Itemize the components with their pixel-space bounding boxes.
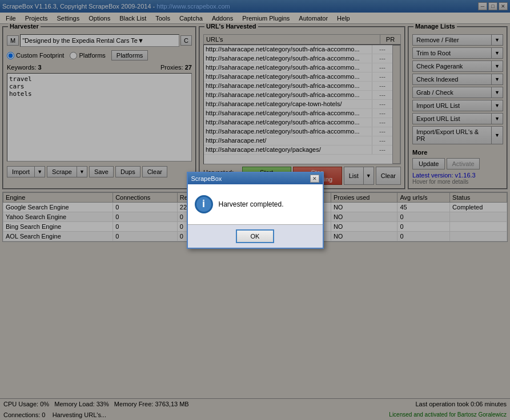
dialog-message: Harvester completed.	[219, 200, 284, 208]
dialog-body: i Harvester completed.	[188, 184, 323, 224]
dialog-title-bar: ScrapeBox ✕	[188, 173, 323, 184]
dialog-close-button[interactable]: ✕	[310, 175, 319, 183]
dialog-title: ScrapeBox	[191, 175, 222, 182]
dialog-overlay: ScrapeBox ✕ i Harvester completed. OK	[0, 0, 510, 420]
info-icon: i	[195, 195, 213, 213]
scrapebox-dialog: ScrapeBox ✕ i Harvester completed. OK	[187, 172, 324, 249]
dialog-ok-button[interactable]: OK	[236, 229, 275, 243]
dialog-footer: OK	[188, 224, 323, 248]
